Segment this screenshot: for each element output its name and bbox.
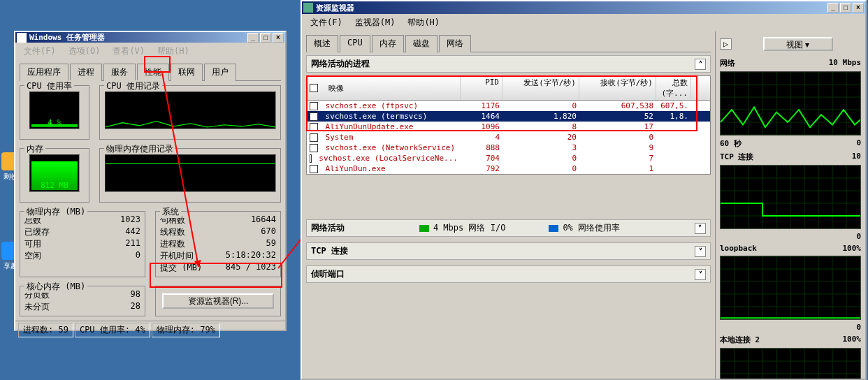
- chart-title: loopback100%: [718, 242, 862, 254]
- table-header[interactable]: 映像 PID 发送(字节/秒) 接收(字节/秒) 总数(字...: [307, 76, 710, 101]
- menu-help[interactable]: 帮助(H): [402, 15, 445, 30]
- kv-row: 空闲0: [23, 250, 142, 262]
- cpu-history-graph: [105, 92, 276, 129]
- section-network-activity[interactable]: 网络活动 4 Mbps 网络 I/O 0% 网络使用率 ˅: [306, 219, 711, 237]
- phys-mem-group: 物理内存 (MB): [24, 206, 87, 218]
- checkbox[interactable]: [310, 133, 318, 142]
- legend-util-icon: [549, 225, 558, 232]
- kv-row: 未分页28: [23, 301, 142, 313]
- tab-performance[interactable]: 性能: [137, 64, 169, 81]
- tab-disk[interactable]: 磁盘: [405, 35, 437, 52]
- tab-apps[interactable]: 应用程序: [20, 64, 68, 81]
- kv-row: 开机时间5:18:20:32: [159, 250, 277, 262]
- table-row[interactable]: System4200: [307, 132, 710, 142]
- close-button[interactable]: ×: [273, 33, 284, 43]
- checkbox[interactable]: [310, 112, 318, 121]
- kv-row: 进程数59: [159, 238, 277, 250]
- minimize-button[interactable]: _: [827, 3, 839, 13]
- expand-icon[interactable]: ˅: [695, 246, 706, 257]
- checkbox-all[interactable]: [310, 84, 318, 92]
- table-row[interactable]: svchost.exe (ftpsvc)11760607,538607,5.: [307, 101, 710, 111]
- tab-memory[interactable]: 内存: [372, 35, 404, 52]
- cpu-usage-graph: 4 %: [29, 92, 80, 129]
- close-button[interactable]: ×: [853, 3, 864, 13]
- app-icon: [17, 33, 27, 43]
- section-listen[interactable]: 侦听端口 ˅: [306, 265, 711, 283]
- menu-options[interactable]: 选项(O): [63, 44, 106, 59]
- cpu-history-label: CPU 使用记录: [104, 80, 162, 92]
- kv-row: 提交 (MB)845 / 1023: [159, 262, 277, 274]
- kv-row: 线程数670: [159, 226, 277, 238]
- sys-group: 系统: [160, 206, 181, 218]
- section-processes[interactable]: 网络活动的进程 ˄: [306, 55, 711, 73]
- table-row[interactable]: svchost.exe (NetworkService)88839: [307, 142, 710, 153]
- legend-io-icon: [419, 225, 429, 232]
- window-title: Windows 任务管理器: [29, 32, 247, 43]
- resource-monitor-window: 资源监视器 _ □ × 文件(F) 监视器(M) 帮助(H) 概述 CPU 内存…: [301, 0, 867, 380]
- tab-users[interactable]: 用户: [204, 64, 236, 81]
- memory-history-label: 物理内存使用记录: [104, 143, 175, 155]
- kv-row: 已缓存442: [23, 226, 142, 238]
- minimize-button[interactable]: _: [247, 33, 259, 43]
- chart-网络: [720, 71, 861, 136]
- resource-monitor-button[interactable]: 资源监视器(R)...: [162, 293, 274, 309]
- checkbox[interactable]: [310, 144, 318, 152]
- chart-本地连接 2: [720, 348, 861, 379]
- menu-monitor[interactable]: 监视器(M): [349, 15, 401, 30]
- table-row[interactable]: svchost.exe (LocalServiceNe...70407: [307, 153, 710, 163]
- tab-bar: 概述 CPU 内存 磁盘 网络: [306, 34, 711, 52]
- checkbox[interactable]: [310, 123, 318, 131]
- tab-processes[interactable]: 进程: [70, 64, 102, 81]
- kernel-group: 核心内存 (MB): [24, 281, 87, 293]
- chart-title: 0: [718, 231, 862, 242]
- chart-TCP 连接: [720, 165, 861, 229]
- menu-help[interactable]: 帮助(H): [152, 44, 195, 59]
- task-manager-window: Windows 任务管理器 _ □ × 文件(F) 选项(O) 查看(V) 帮助…: [14, 31, 287, 331]
- titlebar[interactable]: 资源监视器 _ □ ×: [302, 1, 865, 14]
- chart-loopback: [720, 256, 861, 320]
- chart-title: 网络10 Mbps: [718, 57, 862, 70]
- status-cpu: CPU 使用率: 4%: [75, 323, 150, 337]
- expand-icon[interactable]: ˅: [695, 269, 706, 280]
- cpu-usage-label: CPU 使用率: [24, 80, 74, 92]
- chart-title: 0: [718, 321, 862, 333]
- menubar: 文件(F) 监视器(M) 帮助(H): [302, 14, 865, 31]
- process-table: 映像 PID 发送(字节/秒) 接收(字节/秒) 总数(字... svchost…: [306, 75, 711, 175]
- views-expand-icon[interactable]: ▷: [720, 38, 732, 50]
- status-procs: 进程数: 59: [18, 323, 73, 337]
- app-icon: [303, 3, 313, 13]
- statusbar: 进程数: 59 CPU 使用率: 4% 物理内存: 79%: [15, 321, 285, 339]
- views-button[interactable]: 视图 ▾: [763, 37, 833, 51]
- tab-network[interactable]: 网络: [439, 35, 471, 52]
- kv-row: 可用211: [23, 238, 142, 250]
- table-row[interactable]: AliYunDunUpdate.exe1096817: [307, 122, 710, 132]
- table-row[interactable]: AliYunDun.exe79201: [307, 163, 710, 174]
- expand-icon[interactable]: ˅: [695, 223, 706, 234]
- maximize-button[interactable]: □: [840, 3, 851, 13]
- chart-title: 本地连接 2100%: [718, 333, 862, 346]
- checkbox[interactable]: [310, 154, 312, 163]
- menu-file[interactable]: 文件(F): [305, 15, 348, 30]
- tab-network[interactable]: 联网: [171, 64, 203, 81]
- maximize-button[interactable]: □: [260, 33, 271, 43]
- tab-overview[interactable]: 概述: [306, 35, 338, 52]
- tab-bar: 应用程序 进程 服务 性能 联网 用户: [20, 63, 281, 81]
- titlebar[interactable]: Windows 任务管理器 _ □ ×: [15, 32, 285, 43]
- memory-graph: 812 MB: [29, 154, 80, 192]
- memory-label: 内存: [24, 143, 45, 155]
- tab-cpu[interactable]: CPU: [340, 35, 370, 52]
- checkbox[interactable]: [310, 102, 318, 110]
- collapse-icon[interactable]: ˄: [695, 59, 706, 70]
- window-title: 资源监视器: [316, 3, 827, 13]
- menu-file[interactable]: 文件(F): [18, 44, 62, 59]
- tab-services[interactable]: 服务: [103, 64, 136, 81]
- checkbox[interactable]: [310, 165, 318, 173]
- menubar: 文件(F) 选项(O) 查看(V) 帮助(H): [15, 43, 285, 60]
- table-row[interactable]: svchost.exe (termsvcs)14641,820521,8.: [307, 111, 710, 122]
- section-tcp[interactable]: TCP 连接 ˅: [306, 242, 711, 260]
- chart-title: 60 秒0: [718, 137, 862, 150]
- status-mem: 物理内存: 79%: [152, 323, 220, 337]
- memory-history-graph: [105, 154, 276, 192]
- menu-view[interactable]: 查看(V): [107, 44, 150, 59]
- chart-title: TCP 连接10: [718, 150, 862, 163]
